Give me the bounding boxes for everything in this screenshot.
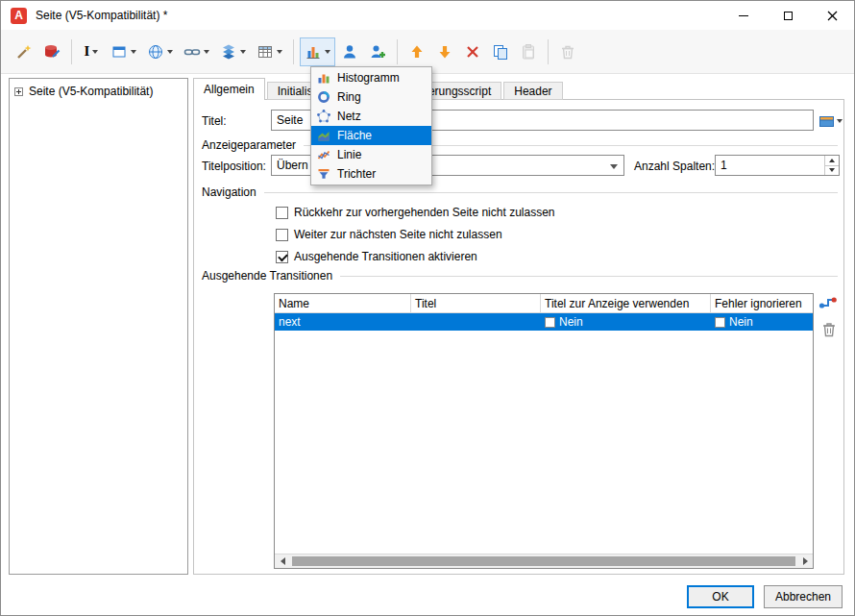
group-transitionen: Ausgehende Transitionen xyxy=(202,269,838,283)
ausgehende-transitionen-checkbox-label: Ausgehende Transitionen aktivieren xyxy=(294,250,477,263)
minimize-icon xyxy=(739,15,748,16)
scrollbar-thumb[interactable] xyxy=(292,556,795,566)
magic-wand-icon xyxy=(15,43,33,61)
column-header-name[interactable]: Name xyxy=(275,294,411,312)
globe-button[interactable] xyxy=(142,37,178,66)
cut-icon xyxy=(464,43,481,61)
dialog-window: A Seite (V5-Kompatibilität) * xyxy=(0,0,855,616)
titel-anzeige-checkbox[interactable] xyxy=(545,317,555,328)
cell-name: next xyxy=(275,315,411,329)
ok-button-label: OK xyxy=(712,590,728,604)
table-grid-icon xyxy=(256,43,274,61)
spinner-down-button[interactable] xyxy=(825,165,839,176)
group-anzeigeparameter: Anzeigeparameter xyxy=(202,138,838,152)
chevron-down-icon xyxy=(240,50,246,54)
chevron-down-icon xyxy=(204,50,209,54)
fehler-ignorieren-checkbox[interactable] xyxy=(715,317,725,328)
cancel-button[interactable]: Abbrechen xyxy=(764,585,843,608)
rueckkehr-checkbox[interactable] xyxy=(276,207,288,219)
titelposition-value: Übern xyxy=(277,159,308,172)
maximize-button[interactable] xyxy=(766,1,810,30)
layers-button[interactable] xyxy=(215,37,251,66)
copy-icon xyxy=(492,43,509,61)
insert-field-button[interactable]: I xyxy=(78,37,105,66)
paste-icon xyxy=(520,43,537,61)
bar-chart-icon xyxy=(305,43,322,61)
chart-button[interactable] xyxy=(300,37,335,66)
titel-label: Titel: xyxy=(202,114,227,128)
person-add-button[interactable] xyxy=(364,37,391,66)
column-header-fehler[interactable]: Fehler ignorieren xyxy=(711,294,813,312)
toolbar-separator xyxy=(71,39,72,64)
maximize-icon xyxy=(784,12,793,20)
magic-wand-button[interactable] xyxy=(11,37,37,66)
copy-button[interactable] xyxy=(487,37,514,66)
ausgehende-transitionen-checkbox[interactable] xyxy=(276,251,288,263)
titelposition-label: Titelposition: xyxy=(202,160,266,173)
up-arrow-icon xyxy=(408,43,426,61)
move-up-button[interactable] xyxy=(403,37,430,66)
link-icon xyxy=(183,43,201,61)
insert-control-button[interactable] xyxy=(106,37,141,66)
person-add-icon xyxy=(369,43,386,61)
layers-icon xyxy=(220,43,237,61)
column-header-titel-anzeige[interactable]: Titel zur Anzeige verwenden xyxy=(541,294,711,312)
group-navigation: Navigation xyxy=(202,185,838,199)
person-icon xyxy=(341,43,358,61)
menu-item-trichter[interactable]: Trichter xyxy=(311,164,431,184)
paste-button[interactable] xyxy=(515,37,542,66)
database-edit-button[interactable] xyxy=(38,37,65,66)
titlebar: A Seite (V5-Kompatibilität) * xyxy=(1,1,854,30)
weiter-checkbox-label: Weiter zur nächsten Seite nicht zulassen xyxy=(294,228,502,241)
chevron-down-icon xyxy=(131,50,136,54)
cell-titel-anzeige: Nein xyxy=(541,315,711,329)
left-arrow-icon xyxy=(281,557,285,565)
scroll-right-button[interactable] xyxy=(797,554,813,568)
table-header-row: Name Titel Titel zur Anzeige verwenden F… xyxy=(275,294,813,313)
group-rule xyxy=(340,276,838,277)
tab-allgemein[interactable]: Allgemein xyxy=(193,78,265,100)
group-navigation-label: Navigation xyxy=(202,185,256,199)
close-icon xyxy=(827,11,838,21)
titel-options-icon xyxy=(819,115,834,128)
column-header-titel[interactable]: Titel xyxy=(411,294,541,312)
tree-expander-icon[interactable] xyxy=(14,87,23,96)
person-button[interactable] xyxy=(336,37,363,66)
area-chart-icon xyxy=(317,129,330,142)
scroll-left-button[interactable] xyxy=(275,554,290,568)
menu-item-histogramm[interactable]: Histogramm xyxy=(311,68,431,87)
minimize-button[interactable] xyxy=(721,1,766,30)
table-row[interactable]: next Nein Nein xyxy=(275,313,813,331)
tab-header[interactable]: Header xyxy=(503,82,562,100)
tab-content: Titel: Anzeigeparameter Titelposition: Ü… xyxy=(193,99,844,575)
add-transition-button[interactable] xyxy=(818,292,838,311)
insert-table-button[interactable] xyxy=(252,37,287,66)
tree-item-root[interactable]: Seite (V5-Kompatibilität) xyxy=(10,79,187,104)
spinner-up-button[interactable] xyxy=(825,156,839,165)
line-chart-icon xyxy=(317,148,330,161)
link-button[interactable] xyxy=(179,37,214,66)
anzahl-spalten-input[interactable] xyxy=(716,156,824,175)
close-button[interactable] xyxy=(810,1,854,30)
group-transitionen-label: Ausgehende Transitionen xyxy=(202,269,332,283)
menu-item-flaeche[interactable]: Fläche xyxy=(311,126,431,145)
titel-options-button[interactable] xyxy=(818,111,844,131)
move-down-button[interactable] xyxy=(431,37,458,66)
checkbox-row-ausgehende: Ausgehende Transitionen aktivieren xyxy=(276,250,477,263)
radar-chart-icon xyxy=(317,110,330,123)
toolbar-separator xyxy=(548,39,549,64)
horizontal-scrollbar[interactable] xyxy=(275,554,813,568)
menu-item-ring[interactable]: Ring xyxy=(311,87,431,107)
ok-button[interactable]: OK xyxy=(687,585,754,608)
menu-item-netz[interactable]: Netz xyxy=(311,107,431,126)
toolbar-separator xyxy=(397,39,398,64)
menu-item-linie[interactable]: Linie xyxy=(311,145,431,164)
delete-transition-button[interactable] xyxy=(819,319,839,338)
delete-button[interactable] xyxy=(554,37,581,66)
cancel-button-label: Abbrechen xyxy=(775,590,831,604)
add-transition-icon xyxy=(818,292,838,311)
rueckkehr-checkbox-label: Rückkehr zur vorhergehenden Seite nicht … xyxy=(294,206,555,219)
chevron-down-icon xyxy=(325,50,330,54)
cut-button[interactable] xyxy=(459,37,486,66)
weiter-checkbox[interactable] xyxy=(276,229,288,241)
